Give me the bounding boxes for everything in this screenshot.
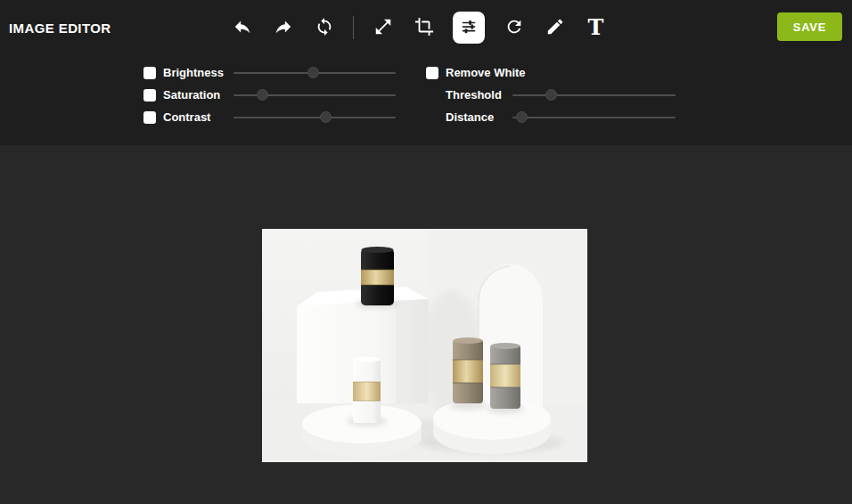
edited-image[interactable]: [262, 229, 587, 462]
text-tool-icon: T: [588, 17, 604, 38]
slider-handle[interactable]: [516, 111, 528, 123]
remove-white-label: Remove White: [446, 66, 526, 79]
threshold-slider[interactable]: [512, 89, 676, 102]
contrast-label: Contrast: [163, 110, 233, 124]
toolbar: T: [230, 12, 608, 44]
contrast-row: Contrast: [143, 106, 396, 128]
rotate-button[interactable]: [502, 16, 526, 40]
brightness-slider[interactable]: [233, 67, 396, 79]
rotate-icon: [504, 17, 524, 39]
saturation-label: Saturation: [163, 88, 233, 102]
resize-expand-icon: [373, 17, 393, 39]
pencil-icon: [545, 17, 565, 39]
remove-white-row: Remove White: [426, 61, 676, 84]
brightness-checkbox[interactable]: [143, 67, 156, 79]
saturation-checkbox[interactable]: [143, 89, 156, 102]
controls-left-column: Brightness Saturation Contrast: [143, 61, 396, 128]
undo-button[interactable]: [230, 16, 254, 40]
slider-handle[interactable]: [307, 67, 319, 78]
distance-row: Distance: [426, 106, 676, 128]
slider-track[interactable]: [512, 94, 676, 96]
editor-canvas: [0, 145, 852, 504]
draw-button[interactable]: [543, 16, 567, 40]
distance-label: Distance: [446, 110, 512, 124]
distance-slider[interactable]: [512, 111, 676, 124]
resize-button[interactable]: [371, 16, 395, 40]
adjustments-sliders-icon: [459, 17, 479, 39]
reset-sync-icon: [315, 17, 334, 39]
slider-handle[interactable]: [320, 111, 332, 123]
remove-white-checkbox[interactable]: [426, 67, 438, 79]
text-button[interactable]: T: [584, 16, 608, 40]
page-title: IMAGE EDITOR: [9, 20, 111, 36]
threshold-row: Threshold: [426, 84, 676, 106]
adjustments-button[interactable]: [453, 12, 485, 44]
brightness-label: Brightness: [163, 66, 233, 79]
crop-icon: [414, 17, 434, 39]
slider-handle[interactable]: [545, 89, 557, 101]
saturation-slider[interactable]: [233, 89, 396, 102]
toolbar-divider: [353, 16, 354, 39]
contrast-checkbox[interactable]: [143, 111, 156, 124]
slider-track[interactable]: [512, 117, 676, 118]
threshold-label: Threshold: [446, 88, 512, 102]
crop-button[interactable]: [412, 16, 436, 40]
controls-right-column: Remove White Threshold Distance: [426, 61, 676, 128]
slider-handle[interactable]: [257, 89, 268, 101]
header-panel: IMAGE EDITOR: [0, 0, 852, 145]
undo-icon: [233, 17, 252, 39]
redo-button[interactable]: [271, 16, 295, 40]
contrast-slider[interactable]: [233, 111, 396, 124]
saturation-row: Saturation: [143, 84, 396, 106]
reset-button[interactable]: [312, 16, 336, 40]
redo-icon: [274, 17, 293, 39]
save-button[interactable]: SAVE: [777, 12, 842, 41]
slider-track[interactable]: [233, 117, 396, 118]
brightness-row: Brightness: [143, 61, 396, 84]
